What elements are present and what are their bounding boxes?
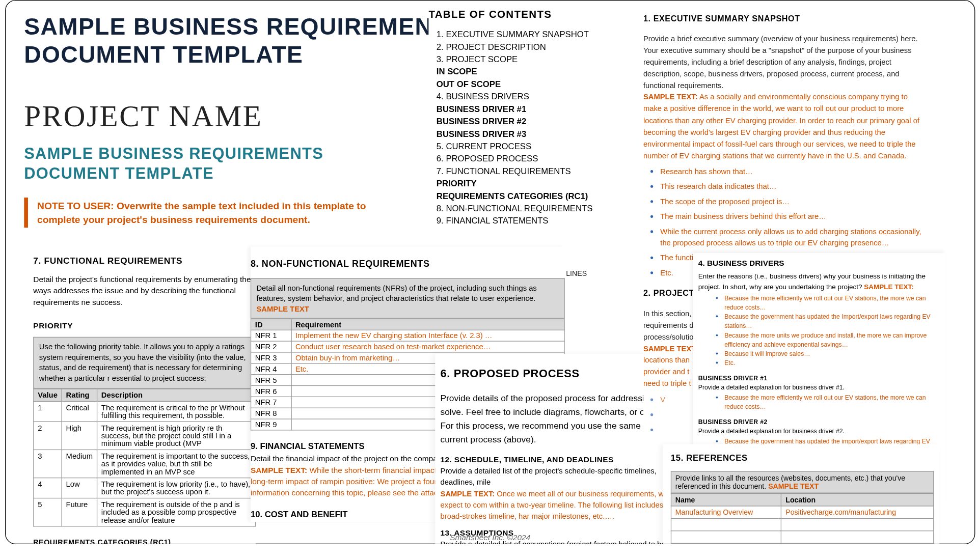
list-item: While the current process only allows us… (660, 224, 927, 249)
user-note: NOTE TO USER: Overwrite the sample text … (24, 198, 403, 228)
table-row: NFR 2Conduct user research based on test… (251, 341, 565, 352)
table-row (671, 518, 933, 530)
title-line-2: DOCUMENT TEMPLATE (24, 41, 464, 69)
toc-item: 6. PROPOSED PROCESS (428, 154, 625, 163)
priority-label: PRIORITY (33, 321, 256, 330)
project-name: PROJECT NAME (24, 99, 403, 133)
exec-heading: 1. EXECUTIVE SUMMARY SNAPSHOT (643, 13, 928, 25)
toc-item: 2. PROJECT DESCRIPTION (428, 42, 625, 51)
title-line-1: SAMPLE BUSINESS REQUIREMENTS (24, 12, 464, 40)
driver-2-title: BUSINESS DRIVER #2 (698, 417, 940, 426)
toc-item: 9. FINANCIAL STATEMENTS (428, 216, 625, 226)
toc-item: PRIORITY (428, 179, 625, 188)
footnote: Smartsheet Inc. ©2024 (6, 533, 974, 542)
drivers-intro: Enter the reasons (i.e., business driver… (698, 271, 940, 292)
toc-item: 4. BUSINESS DRIVERS (428, 92, 625, 101)
document-title: SAMPLE BUSINESS REQUIREMENTS DOCUMENT TE… (24, 12, 464, 69)
table-row: NFR 1Implement the new EV charging stati… (251, 330, 565, 342)
drivers-bullet-list: Because the more efficiently we roll out… (698, 293, 940, 368)
toc-item: 5. CURRENT PROCESS (428, 142, 625, 151)
priority-table: ValueRatingDescription 1CriticalThe requ… (33, 388, 256, 526)
references-section: 15. REFERENCES Provide links to all the … (663, 444, 939, 545)
func-heading: 7. FUNCTIONAL REQUIREMENTS (33, 256, 256, 265)
functional-requirements-section: 7. FUNCTIONAL REQUIREMENTS Detail the pr… (33, 246, 256, 544)
toc-item: IN SCOPE (428, 67, 625, 76)
list-item: Because the more units we produce and in… (724, 331, 940, 350)
table-row: 4LowThe requirement is low priority (i.e… (34, 478, 256, 498)
list-item: The main business drivers behind this ef… (660, 209, 927, 223)
exec-lead: Provide a brief executive summary (overv… (643, 34, 928, 92)
schedule-heading: 12. SCHEDULE, TIMELINE, AND DEADLINES (441, 456, 689, 465)
func-lead: Detail the project's functional requirem… (33, 274, 256, 308)
references-box: Provide links to all the resources (webs… (671, 471, 934, 493)
references-heading: 15. REFERENCES (671, 453, 934, 462)
list-item: Etc. (724, 359, 940, 368)
drivers-heading: 4. BUSINESS DRIVERS (698, 257, 940, 269)
toc-item: BUSINESS DRIVER #1 (428, 104, 625, 114)
toc-item: 3. PROJECT SCOPE (428, 54, 625, 64)
table-of-contents: TABLE OF CONTENTS 1. EXECUTIVE SUMMARY S… (428, 5, 625, 279)
toc-heading: TABLE OF CONTENTS (428, 9, 625, 20)
toc-item: OUT OF SCOPE (428, 79, 625, 89)
schedule-body: Provide a detailed list of the project's… (441, 466, 689, 522)
toc-item: 7. FUNCTIONAL REQUIREMENTS (428, 166, 625, 176)
toc-item: REQUIREMENTS CATEGORIES (RC1) (428, 191, 625, 201)
template-subtitle: SAMPLE BUSINESS REQUIREMENTS DOCUMENT TE… (24, 144, 403, 183)
toc-item: 1. EXECUTIVE SUMMARY SNAPSHOT (428, 30, 625, 39)
table-row: 2HighThe requirement is high priority re… (34, 422, 256, 450)
list-item: Research has shown that… (660, 164, 927, 178)
driver-1-title: BUSINESS DRIVER #1 (698, 373, 940, 382)
list-item: Because the more efficiently we roll out… (724, 293, 940, 312)
driver-1-body: Provide a detailed explanation for busin… (698, 382, 940, 391)
exec-sample: SAMPLE TEXT: As a socially and environme… (643, 92, 928, 161)
driver-1-bullet: Because the more efficiently we roll out… (698, 393, 940, 412)
priority-hint: Use the following priority table. It all… (33, 337, 256, 388)
toc-item: 8. NON-FUNCTIONAL REQUIREMENTS (428, 204, 625, 213)
cover-section: PROJECT NAME SAMPLE BUSINESS REQUIREMENT… (24, 99, 403, 228)
table-row: 1CriticalThe requirement is critical to … (34, 401, 256, 422)
toc-item: BUSINESS DRIVER #3 (428, 129, 625, 138)
table-row: Manufacturing OverviewPositivecharge.com… (671, 506, 933, 518)
nfr-description-box: Detail all non-functional requirements (… (251, 278, 565, 319)
toc-peek-text: LINES (566, 269, 587, 277)
table-row: 5FutureThe requirement is outside of the… (34, 498, 256, 526)
list-item: Because the government has updated the I… (724, 312, 940, 331)
table-row: 3MediumThe requirement is important to t… (34, 450, 256, 478)
list-item: Because it will improve sales… (724, 349, 940, 358)
nfr-heading: 8. NON-FUNCTIONAL REQUIREMENTS (251, 259, 565, 269)
list-item: This research data indicates that… (660, 179, 927, 193)
list-item: The scope of the proposed project is… (660, 194, 927, 208)
driver-2-body: Provide a detailed explanation for busin… (698, 426, 940, 435)
toc-item: BUSINESS DRIVER #2 (428, 117, 625, 126)
